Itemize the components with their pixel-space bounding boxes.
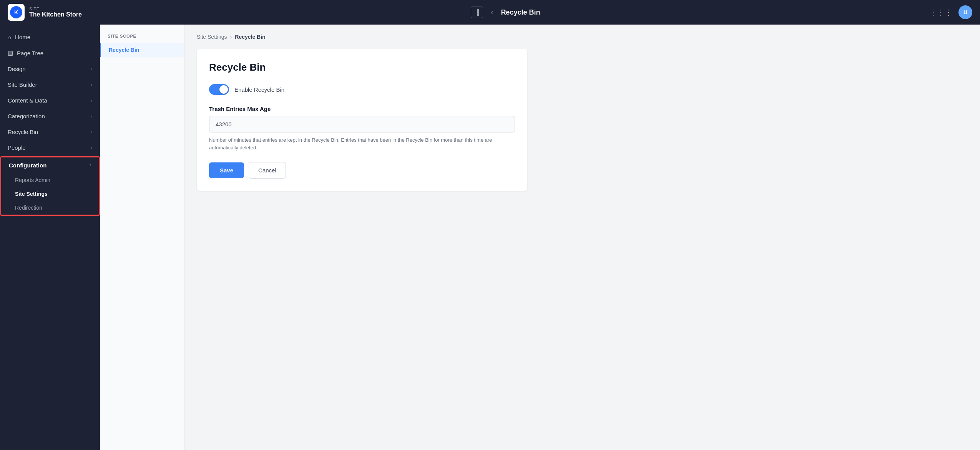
breadcrumb: Site Settings › Recycle Bin [197,34,968,40]
toggle-sidebar-button[interactable]: ▐ [471,7,483,18]
field-label: Trash Entries Max Age [209,106,515,112]
content-area: SITE SCOPE Recycle Bin Site Settings › R… [100,25,980,450]
scope-item-label: Recycle Bin [109,47,139,53]
toggle-label: Enable Recycle Bin [234,86,284,93]
chevron-down-icon: › [90,163,91,168]
main-content: Site Settings › Recycle Bin Recycle Bin … [184,25,980,450]
sidebar-item-label: People [8,144,26,151]
sidebar-item-label: Content & Data [8,97,47,104]
save-button[interactable]: Save [209,162,244,178]
configuration-section: Configuration › Reports Admin Site Setti… [0,156,100,216]
sidebar-item-design[interactable]: Design › [0,61,100,77]
sidebar-sub-item-reports-admin[interactable]: Reports Admin [1,173,99,187]
sidebar: ⌂ Home ▤ Page Tree Design › Site Builder [0,25,100,450]
sidebar-nav: ⌂ Home ▤ Page Tree Design › Site Builder [0,25,100,221]
sidebar-item-label: Design [8,66,26,72]
sidebar-item-people[interactable]: People › [0,140,100,156]
sidebar-item-label: Configuration [9,162,47,169]
avatar[interactable]: U [958,5,972,19]
chevron-right-icon: › [91,82,92,88]
sub-item-label: Reports Admin [15,177,50,183]
chevron-right-icon: › [91,66,92,72]
topbar-left: K SITE The Kitchen Store [8,4,82,21]
topbar-center: ▐ ‹ Recycle Bin [471,7,540,18]
sidebar-item-label: Page Tree [17,50,43,56]
sidebar-item-home[interactable]: ⌂ Home [0,29,100,45]
form-title: Recycle Bin [209,61,515,73]
sidebar-item-configuration[interactable]: Configuration › [1,157,99,173]
scope-section-label: SITE SCOPE [100,34,184,43]
scope-panel: SITE SCOPE Recycle Bin [100,25,184,450]
logo-icon: K [10,6,22,18]
topbar-page-title: Recycle Bin [501,8,540,17]
sidebar-item-content-data[interactable]: Content & Data › [0,93,100,108]
sidebar-item-page-tree[interactable]: ▤ Page Tree [0,45,100,61]
chevron-right-icon: › [91,129,92,135]
sub-item-label: Redirection [15,205,42,211]
form-actions: Save Cancel [209,162,515,179]
trash-entries-max-age-input[interactable] [209,116,515,132]
chevron-right-icon: › [91,98,92,103]
sub-item-label: Site Settings [15,191,48,197]
grid-icon[interactable]: ⋮⋮⋮ [929,8,952,17]
sidebar-item-label: Site Builder [8,81,37,88]
main-layout: ⌂ Home ▤ Page Tree Design › Site Builder [0,25,980,450]
breadcrumb-parent-link[interactable]: Site Settings [197,34,227,40]
enable-recycle-bin-toggle[interactable] [209,84,229,95]
site-name: The Kitchen Store [29,11,82,18]
sidebar-item-site-builder[interactable]: Site Builder › [0,77,100,93]
enable-toggle-row: Enable Recycle Bin [209,84,515,95]
home-icon: ⌂ [8,34,11,40]
breadcrumb-current: Recycle Bin [235,34,265,40]
sidebar-sub-item-redirection[interactable]: Redirection [1,201,99,215]
scope-item-recycle-bin[interactable]: Recycle Bin [100,43,184,57]
cancel-button[interactable]: Cancel [249,162,286,179]
sidebar-item-label: Recycle Bin [8,129,38,135]
toggle-knob [219,85,228,94]
sidebar-item-label: Home [15,34,30,40]
sidebar-sub-item-site-settings[interactable]: Site Settings [1,187,99,201]
sidebar-item-recycle-bin[interactable]: Recycle Bin › [0,124,100,140]
field-help-text: Number of minutes that entries are kept … [209,136,515,151]
site-info: SITE The Kitchen Store [29,7,82,18]
chevron-right-icon: › [91,145,92,151]
sidebar-item-categorization[interactable]: Categorization › [0,108,100,124]
sidebar-item-label: Categorization [8,113,45,119]
back-button[interactable]: ‹ [488,7,496,18]
site-label: SITE [29,7,82,11]
page-tree-icon: ▤ [8,50,13,56]
topbar: K SITE The Kitchen Store ▐ ‹ Recycle Bin… [0,0,980,25]
chevron-right-icon: › [91,114,92,119]
topbar-right: ⋮⋮⋮ U [929,5,972,19]
breadcrumb-separator: › [230,34,232,40]
site-logo: K [8,4,25,21]
form-card: Recycle Bin Enable Recycle Bin Trash Ent… [197,49,527,191]
